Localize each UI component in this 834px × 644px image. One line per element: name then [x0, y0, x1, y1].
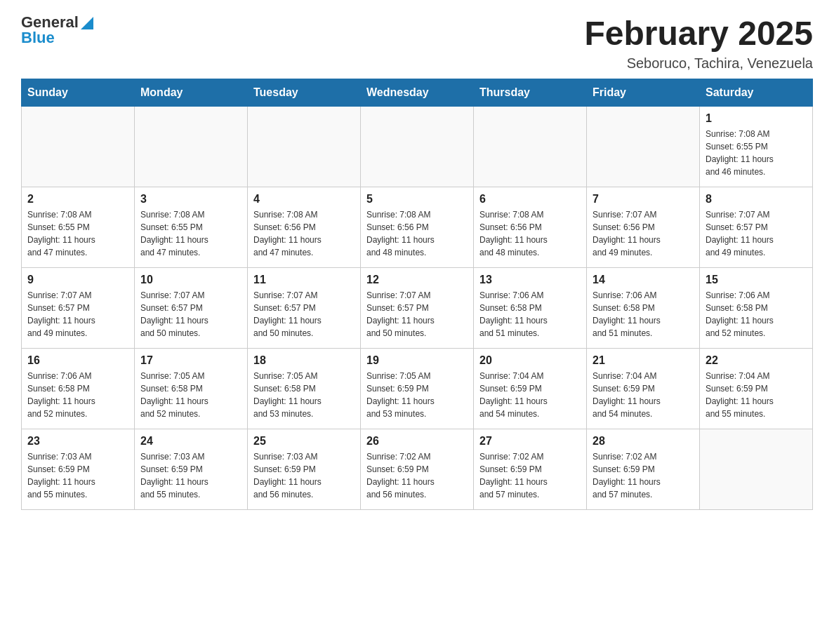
day-info: Sunrise: 7:02 AM Sunset: 6:59 PM Dayligh… — [479, 450, 581, 501]
day-number: 8 — [706, 193, 807, 206]
day-info: Sunrise: 7:08 AM Sunset: 6:55 PM Dayligh… — [27, 208, 128, 259]
day-number: 26 — [366, 435, 468, 448]
calendar-cell — [474, 107, 587, 187]
calendar-cell: 26Sunrise: 7:02 AM Sunset: 6:59 PM Dayli… — [361, 429, 474, 510]
day-info: Sunrise: 7:06 AM Sunset: 6:58 PM Dayligh… — [593, 289, 694, 340]
day-number: 2 — [27, 193, 128, 206]
calendar-cell: 22Sunrise: 7:04 AM Sunset: 6:59 PM Dayli… — [700, 349, 813, 429]
calendar-cell: 25Sunrise: 7:03 AM Sunset: 6:59 PM Dayli… — [248, 429, 361, 510]
day-number: 9 — [27, 274, 128, 286]
day-info: Sunrise: 7:07 AM Sunset: 6:56 PM Dayligh… — [593, 208, 694, 259]
calendar-cell: 2Sunrise: 7:08 AM Sunset: 6:55 PM Daylig… — [22, 187, 135, 268]
calendar-cell: 11Sunrise: 7:07 AM Sunset: 6:57 PM Dayli… — [248, 268, 361, 349]
day-header-sunday: Sunday — [22, 79, 135, 107]
day-info: Sunrise: 7:04 AM Sunset: 6:59 PM Dayligh… — [479, 370, 581, 420]
calendar-cell: 3Sunrise: 7:08 AM Sunset: 6:55 PM Daylig… — [135, 187, 248, 268]
week-row-4: 16Sunrise: 7:06 AM Sunset: 6:58 PM Dayli… — [22, 349, 813, 429]
day-number: 27 — [479, 435, 581, 448]
calendar-cell: 21Sunrise: 7:04 AM Sunset: 6:59 PM Dayli… — [587, 349, 700, 429]
calendar-cell: 1Sunrise: 7:08 AM Sunset: 6:55 PM Daylig… — [700, 107, 813, 187]
day-header-tuesday: Tuesday — [248, 79, 361, 107]
day-info: Sunrise: 7:07 AM Sunset: 6:57 PM Dayligh… — [253, 289, 355, 340]
calendar-cell — [587, 107, 700, 187]
day-info: Sunrise: 7:04 AM Sunset: 6:59 PM Dayligh… — [593, 370, 694, 420]
calendar-cell: 20Sunrise: 7:04 AM Sunset: 6:59 PM Dayli… — [474, 349, 587, 429]
day-number: 5 — [366, 193, 468, 206]
calendar-cell: 19Sunrise: 7:05 AM Sunset: 6:59 PM Dayli… — [361, 349, 474, 429]
calendar-cell: 16Sunrise: 7:06 AM Sunset: 6:58 PM Dayli… — [22, 349, 135, 429]
svg-marker-0 — [81, 17, 93, 29]
calendar-title: February 2025 — [584, 14, 813, 53]
day-number: 12 — [366, 274, 468, 286]
day-info: Sunrise: 7:08 AM Sunset: 6:56 PM Dayligh… — [366, 208, 468, 259]
calendar-cell — [361, 107, 474, 187]
day-number: 21 — [593, 354, 694, 367]
day-info: Sunrise: 7:07 AM Sunset: 6:57 PM Dayligh… — [140, 289, 241, 340]
calendar-body: 1Sunrise: 7:08 AM Sunset: 6:55 PM Daylig… — [22, 107, 813, 510]
logo-blue-text: Blue — [21, 29, 93, 46]
calendar-cell: 12Sunrise: 7:07 AM Sunset: 6:57 PM Dayli… — [361, 268, 474, 349]
calendar-cell: 9Sunrise: 7:07 AM Sunset: 6:57 PM Daylig… — [22, 268, 135, 349]
calendar-cell — [700, 429, 813, 510]
day-number: 16 — [27, 354, 128, 367]
calendar-cell — [22, 107, 135, 187]
calendar-cell: 4Sunrise: 7:08 AM Sunset: 6:56 PM Daylig… — [248, 187, 361, 268]
day-info: Sunrise: 7:06 AM Sunset: 6:58 PM Dayligh… — [706, 289, 807, 340]
day-info: Sunrise: 7:06 AM Sunset: 6:58 PM Dayligh… — [479, 289, 581, 340]
day-headers-row: SundayMondayTuesdayWednesdayThursdayFrid… — [22, 79, 813, 107]
week-row-1: 1Sunrise: 7:08 AM Sunset: 6:55 PM Daylig… — [22, 107, 813, 187]
day-number: 22 — [706, 354, 807, 367]
day-info: Sunrise: 7:03 AM Sunset: 6:59 PM Dayligh… — [27, 450, 128, 501]
calendar-cell: 17Sunrise: 7:05 AM Sunset: 6:58 PM Dayli… — [135, 349, 248, 429]
day-number: 10 — [140, 274, 241, 286]
day-number: 14 — [593, 274, 694, 286]
calendar-cell: 14Sunrise: 7:06 AM Sunset: 6:58 PM Dayli… — [587, 268, 700, 349]
calendar-cell: 13Sunrise: 7:06 AM Sunset: 6:58 PM Dayli… — [474, 268, 587, 349]
day-number: 20 — [479, 354, 581, 367]
day-number: 19 — [366, 354, 468, 367]
day-header-monday: Monday — [135, 79, 248, 107]
calendar-cell: 7Sunrise: 7:07 AM Sunset: 6:56 PM Daylig… — [587, 187, 700, 268]
day-info: Sunrise: 7:08 AM Sunset: 6:56 PM Dayligh… — [253, 208, 355, 259]
day-number: 11 — [253, 274, 355, 286]
week-row-5: 23Sunrise: 7:03 AM Sunset: 6:59 PM Dayli… — [22, 429, 813, 510]
day-number: 17 — [140, 354, 241, 367]
day-info: Sunrise: 7:08 AM Sunset: 6:55 PM Dayligh… — [706, 128, 807, 178]
day-number: 25 — [253, 435, 355, 448]
calendar-cell: 10Sunrise: 7:07 AM Sunset: 6:57 PM Dayli… — [135, 268, 248, 349]
calendar-header: SundayMondayTuesdayWednesdayThursdayFrid… — [22, 79, 813, 107]
day-header-saturday: Saturday — [700, 79, 813, 107]
day-info: Sunrise: 7:08 AM Sunset: 6:55 PM Dayligh… — [140, 208, 241, 259]
day-header-friday: Friday — [587, 79, 700, 107]
calendar-cell: 27Sunrise: 7:02 AM Sunset: 6:59 PM Dayli… — [474, 429, 587, 510]
day-info: Sunrise: 7:05 AM Sunset: 6:58 PM Dayligh… — [253, 370, 355, 420]
day-info: Sunrise: 7:04 AM Sunset: 6:59 PM Dayligh… — [706, 370, 807, 420]
day-info: Sunrise: 7:06 AM Sunset: 6:58 PM Dayligh… — [27, 370, 128, 420]
calendar-cell: 18Sunrise: 7:05 AM Sunset: 6:58 PM Dayli… — [248, 349, 361, 429]
day-number: 6 — [479, 193, 581, 206]
logo-triangle-icon — [81, 17, 93, 29]
calendar-table: SundayMondayTuesdayWednesdayThursdayFrid… — [21, 79, 813, 510]
day-number: 7 — [593, 193, 694, 206]
day-info: Sunrise: 7:02 AM Sunset: 6:59 PM Dayligh… — [593, 450, 694, 501]
day-info: Sunrise: 7:05 AM Sunset: 6:58 PM Dayligh… — [140, 370, 241, 420]
day-number: 23 — [27, 435, 128, 448]
calendar-cell — [248, 107, 361, 187]
day-number: 18 — [253, 354, 355, 367]
day-info: Sunrise: 7:08 AM Sunset: 6:56 PM Dayligh… — [479, 208, 581, 259]
day-info: Sunrise: 7:03 AM Sunset: 6:59 PM Dayligh… — [140, 450, 241, 501]
day-info: Sunrise: 7:05 AM Sunset: 6:59 PM Dayligh… — [366, 370, 468, 420]
day-info: Sunrise: 7:07 AM Sunset: 6:57 PM Dayligh… — [366, 289, 468, 340]
day-number: 15 — [706, 274, 807, 286]
calendar-cell: 23Sunrise: 7:03 AM Sunset: 6:59 PM Dayli… — [22, 429, 135, 510]
day-info: Sunrise: 7:07 AM Sunset: 6:57 PM Dayligh… — [27, 289, 128, 340]
logo: General Blue — [21, 14, 93, 46]
calendar-subtitle: Seboruco, Tachira, Venezuela — [584, 55, 813, 72]
day-number: 1 — [706, 112, 807, 125]
calendar-cell: 15Sunrise: 7:06 AM Sunset: 6:58 PM Dayli… — [700, 268, 813, 349]
calendar-cell: 24Sunrise: 7:03 AM Sunset: 6:59 PM Dayli… — [135, 429, 248, 510]
day-header-wednesday: Wednesday — [361, 79, 474, 107]
title-area: February 2025 Seboruco, Tachira, Venezue… — [584, 14, 813, 72]
day-number: 28 — [593, 435, 694, 448]
day-info: Sunrise: 7:07 AM Sunset: 6:57 PM Dayligh… — [706, 208, 807, 259]
